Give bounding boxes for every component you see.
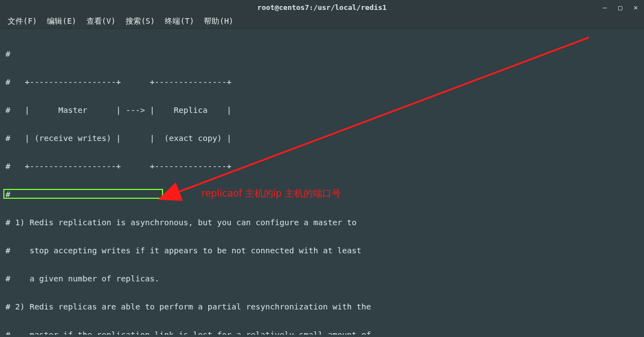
menu-file[interactable]: 文件(F) [4, 15, 40, 28]
menu-view[interactable]: 查看(V) [83, 15, 119, 28]
close-button[interactable]: ✕ [631, 2, 641, 12]
terminal-line: # 1) Redis replication is asynchronous, … [6, 218, 638, 227]
terminal-line: # +------------------+ +---------------+ [6, 78, 638, 87]
menu-help[interactable]: 帮助(H) [201, 15, 236, 28]
window-titlebar: root@centos7:/usr/local/redis1 — ▢ ✕ [0, 0, 644, 14]
menu-search[interactable]: 搜索(S) [122, 15, 158, 28]
menu-bar: 文件(F) 编辑(E) 查看(V) 搜索(S) 终端(T) 帮助(H) [0, 14, 644, 29]
terminal-line: # [6, 50, 638, 59]
terminal-window: root@centos7:/usr/local/redis1 — ▢ ✕ 文件(… [0, 0, 644, 337]
menu-edit[interactable]: 编辑(E) [44, 15, 79, 28]
window-controls: — ▢ ✕ [600, 2, 641, 12]
terminal-line: # stop accepting writes if it appears to… [6, 246, 638, 256]
maximize-button[interactable]: ▢ [615, 2, 625, 12]
terminal-line: # | Master | ---> | Replica | [6, 106, 638, 115]
terminal-line: # 2) Redis replicas are able to perform … [6, 302, 638, 312]
terminal-line: # a given number of replicas. [6, 274, 638, 284]
terminal-line: # master if the replication link is lost… [6, 330, 638, 335]
terminal-line: # | (receive writes) | | (exact copy) | [6, 134, 638, 143]
menu-terminal[interactable]: 终端(T) [161, 15, 197, 28]
terminal-line: # [6, 190, 638, 199]
window-title: root@centos7:/usr/local/redis1 [0, 3, 644, 12]
terminal-output[interactable]: # # +------------------+ +--------------… [2, 29, 642, 335]
terminal-line: # +------------------+ +---------------+ [6, 162, 638, 171]
minimize-button[interactable]: — [600, 2, 610, 12]
